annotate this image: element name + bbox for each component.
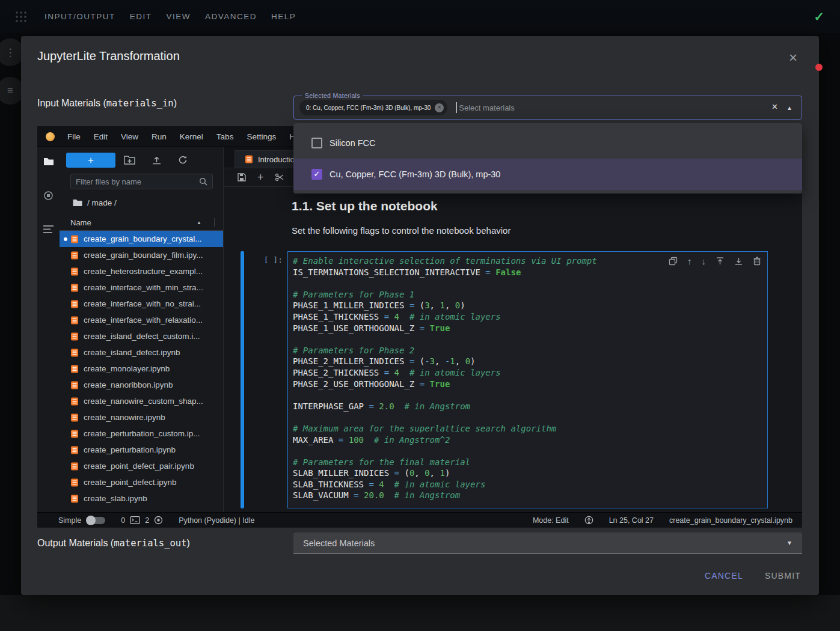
terminal-icon[interactable] [130, 516, 140, 524]
jupyter-menu-edit[interactable]: Edit [87, 132, 114, 141]
notebook-icon [70, 284, 79, 292]
file-item[interactable]: create_slab.ipynb [60, 490, 223, 507]
jupyter-menu-settings[interactable]: Settings [240, 132, 283, 141]
duplicate-cell-icon[interactable] [669, 257, 678, 266]
output-caret-icon: ▼ [786, 540, 792, 546]
upload-icon[interactable] [152, 155, 162, 165]
file-item[interactable]: create_point_defect_pair.ipynb [60, 458, 223, 474]
move-cell-up-icon[interactable]: ↑ [687, 257, 692, 266]
code-line: SLAB_MILLER_INDICES = (0, 0, 1) [293, 468, 762, 479]
file-item[interactable]: create_nanowire.ipynb [60, 409, 223, 425]
terminals-count[interactable]: 0 [121, 516, 125, 525]
file-item[interactable]: create_island_defect_custom.i... [60, 328, 223, 344]
table-of-contents-tab-icon[interactable] [43, 225, 54, 234]
menu-edit[interactable]: EDIT [130, 12, 152, 21]
menu-help[interactable]: HELP [271, 12, 296, 21]
file-item[interactable]: create_perturbation.ipynb [60, 442, 223, 458]
new-folder-icon[interactable] [124, 155, 135, 165]
material-option[interactable]: Silicon FCC [293, 127, 802, 159]
file-name: create_grain_boundary_crystal... [84, 234, 202, 243]
material-option[interactable]: ✓Cu, Copper, FCC (Fm-3m) 3D (Bulk), mp-3… [293, 159, 802, 190]
move-cell-down-icon[interactable]: ↓ [702, 257, 707, 266]
file-name: create_perturbation.ipynb [84, 445, 176, 454]
file-filter-input[interactable] [76, 177, 199, 186]
notebook-section-heading: 1.1. Set up the notebook [292, 199, 438, 213]
notebook-icon [70, 332, 79, 341]
add-cell-icon[interactable]: + [257, 172, 264, 183]
code-line: INTERPHASE_GAP = 2.0 # in Angstrom [293, 401, 762, 412]
jupyter-menu-run[interactable]: Run [145, 132, 173, 141]
file-item[interactable]: create_nanowire_custom_shap... [60, 393, 223, 409]
cursor-position[interactable]: Ln 25, Col 27 [609, 516, 654, 525]
search-icon [199, 177, 207, 186]
submit-button[interactable]: SUBMIT [765, 571, 801, 581]
notebook-content: 1.1. Set up the notebook Set the followi… [224, 187, 802, 512]
breadcrumb-path: / made / [87, 198, 117, 207]
code-line: SLAB_THICKNESS = 4 # in atomic layers [293, 479, 762, 490]
file-browser-tab-icon[interactable] [43, 157, 54, 166]
file-list-header[interactable]: Name ▲ [60, 215, 223, 231]
file-name: create_grain_boundary_film.ipy... [84, 251, 203, 260]
file-item[interactable]: create_island_defect.ipynb [60, 344, 223, 361]
jupyter-menu-file[interactable]: File [61, 132, 87, 141]
close-icon[interactable]: × [789, 50, 797, 65]
insert-cell-below-icon[interactable] [734, 257, 743, 266]
refresh-icon[interactable] [178, 155, 188, 165]
simple-mode-toggle[interactable] [87, 517, 105, 524]
file-item[interactable]: create_monolayer.ipynb [60, 361, 223, 377]
kernel-icon[interactable] [154, 516, 163, 525]
running-sessions-tab-icon[interactable] [43, 191, 54, 201]
file-item[interactable]: create_perturbation_custom.ip... [60, 425, 223, 442]
code-line: PHASE_2_MILLER_INDICES = (-3, -1, 0) [293, 356, 762, 367]
chip-delete-icon[interactable]: × [435, 103, 444, 112]
file-item[interactable]: create_heterostructure_exampl... [60, 263, 223, 279]
file-item[interactable]: create_grain_boundary_film.ipy... [60, 247, 223, 263]
file-item[interactable]: create_grain_boundary_crystal... [60, 231, 223, 247]
selected-material-chip[interactable]: 0: Cu, Copper, FCC (Fm-3m) 3D (Bulk), mp… [299, 100, 447, 115]
checkbox-unchecked-icon[interactable] [311, 138, 322, 148]
delete-cell-icon[interactable] [753, 257, 761, 266]
jupyterlite-logo-icon [46, 132, 55, 141]
app-topbar: INPUT/OUTPUTEDITVIEWADVANCEDHELP ✓ [0, 0, 840, 33]
breadcrumb[interactable]: / made / [60, 194, 223, 211]
cell-collapser[interactable] [241, 251, 244, 508]
output-materials-select[interactable]: Selected Materials ▼ [293, 532, 802, 554]
clear-selection-icon[interactable]: × [772, 102, 777, 112]
file-item[interactable]: create_point_defect.ipynb [60, 474, 223, 490]
code-cell[interactable]: # Enable interactive selection of termin… [287, 251, 768, 508]
file-item[interactable]: create_interface_with_no_strai... [60, 296, 223, 312]
confirm-check-icon[interactable]: ✓ [814, 10, 824, 24]
code-editor[interactable]: # Enable interactive selection of termin… [288, 252, 767, 505]
file-item[interactable]: create_interface_with_min_stra... [60, 279, 223, 296]
jupyter-menu-tabs[interactable]: Tabs [210, 132, 241, 141]
kernels-count[interactable]: 2 [145, 516, 149, 525]
file-filter-field[interactable] [70, 174, 213, 189]
file-item[interactable]: create_interface_with_relaxatio... [60, 312, 223, 328]
insert-cell-above-icon[interactable] [716, 257, 725, 266]
editor-mode[interactable]: Mode: Edit [533, 516, 569, 525]
cut-cell-icon[interactable] [275, 172, 284, 182]
name-column-header[interactable]: Name [70, 218, 91, 227]
notebook-icon [70, 300, 79, 308]
menu-input-output[interactable]: INPUT/OUTPUT [44, 12, 115, 21]
dropdown-open-caret-icon[interactable]: ▲ [786, 105, 792, 111]
notebook-icon [70, 462, 79, 471]
jupyter-menu-view[interactable]: View [114, 132, 145, 141]
home-folder-icon[interactable] [73, 199, 82, 207]
notebook-icon [70, 430, 79, 438]
new-launcher-button[interactable]: + [66, 153, 115, 168]
save-icon[interactable] [237, 172, 247, 182]
app-logo-icon[interactable] [14, 10, 28, 23]
input-materials-select[interactable]: Selected Materials 0: Cu, Copper, FCC (F… [293, 96, 802, 120]
checkbox-checked-icon[interactable]: ✓ [311, 169, 322, 180]
accessibility-icon[interactable] [584, 516, 593, 525]
notification-badge [815, 64, 823, 71]
file-name: create_interface_with_min_stra... [84, 283, 203, 292]
kernel-status[interactable]: Python (Pyodide) | Idle [179, 516, 254, 525]
code-line [293, 278, 762, 289]
cancel-button[interactable]: CANCEL [705, 571, 743, 581]
menu-view[interactable]: VIEW [167, 12, 191, 21]
file-item[interactable]: create_nanoribbon.ipynb [60, 377, 223, 393]
menu-advanced[interactable]: ADVANCED [205, 12, 257, 21]
jupyter-menu-kernel[interactable]: Kernel [173, 132, 210, 141]
